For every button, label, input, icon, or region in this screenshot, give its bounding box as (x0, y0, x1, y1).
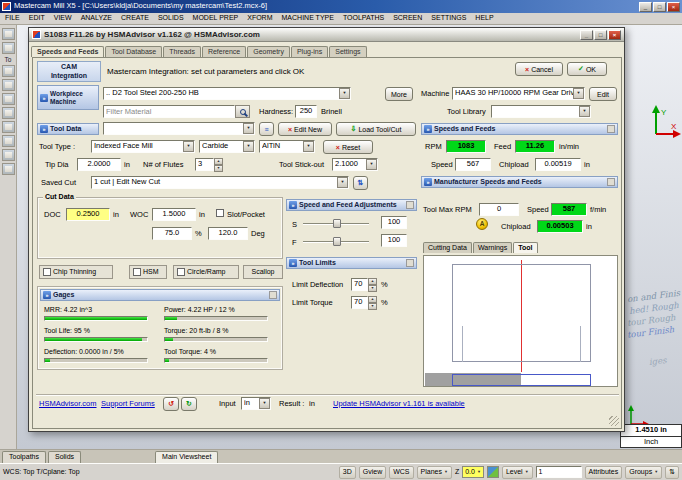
more-button[interactable]: More (385, 87, 413, 101)
tab-tool-database[interactable]: Tool Database (105, 46, 162, 57)
menu-xform[interactable]: XFORM (247, 14, 272, 22)
menu-create[interactable]: CREATE (121, 14, 149, 22)
section-manufacturer-speeds[interactable]: » Manufacturer Speeds and Feeds (421, 176, 618, 188)
checkbox-icon[interactable] (177, 268, 185, 276)
wcs-button[interactable]: WCS (389, 466, 413, 479)
menu-screen[interactable]: SCREEN (393, 14, 422, 22)
chevron-down-icon[interactable]: ▼ (579, 106, 590, 117)
toolbar-icon[interactable] (2, 65, 15, 77)
saved-cut-sync-button[interactable]: ⇅ (353, 176, 368, 190)
tab-speeds-and-feeds[interactable]: Speeds and Feeds (31, 46, 104, 57)
update-link[interactable]: Update HSMAdvisor v1.161 is available (333, 400, 465, 409)
hsm-toggle[interactable]: HSM (129, 265, 167, 279)
tab-main-viewsheet[interactable]: Main Viewsheet (155, 451, 218, 463)
mfr-speed-value[interactable]: 587 (551, 203, 587, 216)
tab-plugins[interactable]: Plug-ins (291, 46, 328, 57)
speed-adjust-slider[interactable] (303, 218, 369, 229)
undo-button[interactable]: ↺ (163, 397, 179, 411)
dialog-minimize-icon[interactable]: _ (580, 30, 593, 40)
toolbar-icon[interactable] (2, 121, 15, 133)
tip-dia-value[interactable]: 2.0000 (77, 158, 121, 171)
checkbox-icon[interactable] (43, 268, 51, 276)
woc-value[interactable]: 1.5000 (152, 208, 196, 221)
chevron-down-icon[interactable]: ▼ (243, 141, 254, 152)
menu-help[interactable]: HELP (475, 14, 493, 22)
stepover-value[interactable]: 75.0 (152, 227, 192, 240)
hsmadvisor-link[interactable]: HSMAdvisor.com (39, 400, 97, 409)
updown-icon[interactable]: ⇅ (665, 466, 679, 479)
tab-settings[interactable]: Settings (329, 46, 366, 57)
menu-analyze[interactable]: ANALYZE (81, 14, 112, 22)
gview-button[interactable]: Gview (359, 466, 386, 479)
up-icon[interactable]: ▲ (368, 296, 377, 303)
chevron-down-icon[interactable]: ▼ (303, 141, 314, 152)
menu-model-prep[interactable]: MODEL PREP (193, 14, 239, 22)
load-tool-cut-button[interactable]: ⇩ Load Tool/Cut (336, 122, 416, 136)
tab-geometry[interactable]: Geometry (247, 46, 290, 57)
resize-grip[interactable] (609, 416, 619, 426)
tool-list-button[interactable]: ≡ (259, 122, 274, 136)
tool-coating-select[interactable]: AlTiN ▼ (259, 140, 315, 153)
menu-edit[interactable]: EDIT (29, 14, 45, 22)
down-icon[interactable]: ▼ (214, 165, 223, 172)
angle-value[interactable]: 120.0 (208, 227, 248, 240)
tab-tool[interactable]: Tool (513, 242, 537, 253)
menu-view[interactable]: VIEW (54, 14, 72, 22)
tool-library-select[interactable]: ▼ (491, 105, 591, 118)
section-options-icon[interactable] (406, 201, 414, 209)
toolbar-icon[interactable] (2, 135, 15, 147)
toolbar-icon[interactable] (2, 107, 15, 119)
menu-settings[interactable]: SETTINGS (431, 14, 466, 22)
feed-adjust-slider[interactable] (303, 236, 369, 247)
view-3d-button[interactable]: 3D (339, 466, 356, 479)
menu-machine-type[interactable]: MACHINE TYPE (282, 14, 334, 22)
section-adjustments[interactable]: » Speed and Feed Adjustments (286, 199, 417, 211)
tab-cutting-data[interactable]: Cutting Data (423, 242, 472, 253)
section-options-icon[interactable] (607, 178, 615, 186)
maximize-icon[interactable]: □ (653, 2, 666, 12)
tab-reference[interactable]: Reference (202, 46, 246, 57)
edit-new-button[interactable]: × Edit New (278, 122, 332, 136)
up-icon[interactable]: ▲ (214, 158, 223, 165)
tool-type-select[interactable]: Indexed Face Mill ▼ (91, 140, 195, 153)
toolbar-icon[interactable] (2, 79, 15, 91)
chevron-down-icon[interactable]: ▼ (339, 88, 350, 99)
up-icon[interactable]: ▲ (368, 278, 377, 285)
section-options-icon[interactable] (406, 259, 414, 267)
toolbar-icon[interactable] (2, 163, 15, 175)
ok-button[interactable]: ✓ OK (567, 62, 607, 76)
planes-button[interactable]: Planes▼ (417, 466, 452, 479)
chevron-down-icon[interactable]: ▼ (337, 177, 348, 188)
menu-toolpaths[interactable]: TOOLPATHS (343, 14, 384, 22)
chip-thinning-toggle[interactable]: Chip Thinning (39, 265, 113, 279)
down-icon[interactable]: ▼ (368, 303, 377, 310)
chevron-down-icon[interactable]: ▼ (259, 398, 270, 409)
down-icon[interactable]: ▼ (368, 285, 377, 292)
limit-deflection-stepper[interactable]: 70 ▲▼ (351, 278, 377, 291)
toolbar-icon[interactable] (2, 28, 15, 40)
machine-select[interactable]: HAAS 30 HP/10000 RPM Gear Drive ▼ (452, 87, 585, 100)
checkbox-icon[interactable] (133, 268, 141, 276)
scallop-button[interactable]: Scallop (243, 265, 283, 279)
toolbar-icon[interactable] (2, 93, 15, 105)
doc-value[interactable]: 0.2500 (66, 208, 110, 221)
chipload-value[interactable]: 0.00519 (535, 158, 581, 171)
input-unit-select[interactable]: in ▼ (241, 397, 271, 410)
section-tool-data[interactable]: » Tool Data (37, 123, 99, 135)
menu-solids[interactable]: SOLIDS (158, 14, 184, 22)
circle-ramp-toggle[interactable]: Circle/Ramp (173, 265, 239, 279)
z-value-field[interactable]: 0.0▼ (462, 466, 484, 478)
cancel-button[interactable]: × Cancel (515, 62, 563, 76)
view-icon[interactable] (487, 466, 499, 478)
search-icon[interactable] (235, 105, 250, 118)
level-value-field[interactable]: 1 (536, 466, 582, 478)
minimize-icon[interactable]: _ (639, 2, 652, 12)
section-options-icon[interactable] (607, 125, 615, 133)
section-gages[interactable]: » Gages (40, 289, 280, 301)
tool-max-rpm-value[interactable]: 0 (479, 203, 519, 216)
level-button[interactable]: Level▼ (502, 466, 533, 479)
redo-button[interactable]: ↻ (181, 397, 197, 411)
support-forums-link[interactable]: Support Forums (101, 400, 155, 409)
chevron-down-icon[interactable]: ▼ (183, 141, 194, 152)
chevron-down-icon[interactable]: ▼ (243, 123, 254, 134)
